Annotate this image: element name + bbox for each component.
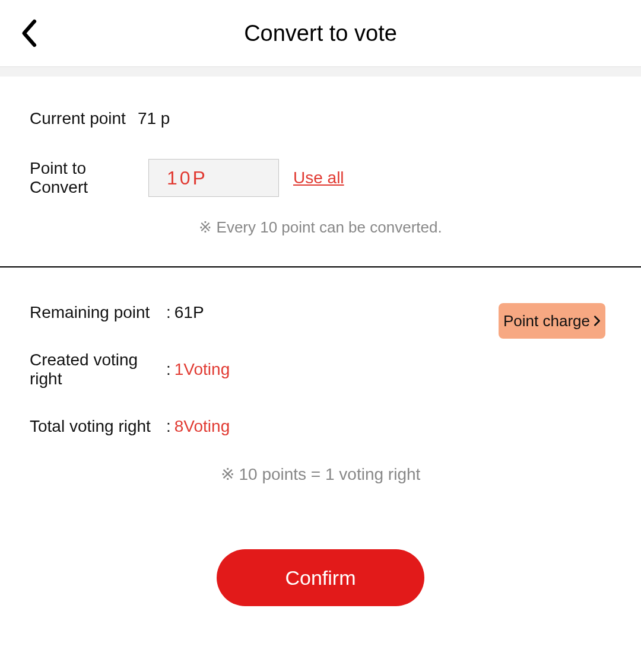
total-voting-right-row: Total voting right : 8Voting: [30, 417, 611, 436]
chevron-left-icon: [18, 18, 39, 48]
point-to-convert-row: Point to Convert 10P Use all: [30, 159, 611, 197]
total-voting-right-label: Total voting right: [30, 417, 166, 436]
point-to-convert-input[interactable]: 10P: [148, 159, 279, 197]
confirm-button[interactable]: Confirm: [217, 549, 424, 606]
current-point-row: Current point 71 p: [30, 109, 611, 128]
created-voting-right-row: Created voting right : 1Voting: [30, 351, 611, 388]
header: Convert to vote: [0, 0, 641, 67]
chevron-right-icon: [594, 316, 601, 326]
convert-note: ※ Every 10 point can be converted.: [30, 218, 611, 237]
header-divider: [0, 67, 641, 77]
page-title: Convert to vote: [18, 21, 623, 46]
current-point-label: Current point: [30, 109, 126, 128]
point-charge-button[interactable]: Point charge: [499, 303, 605, 339]
created-voting-right-label: Created voting right: [30, 351, 166, 388]
remaining-point-label: Remaining point: [30, 303, 166, 322]
section-top: Current point 71 p Point to Convert 10P …: [0, 77, 641, 266]
current-point-value: 71 p: [138, 109, 170, 128]
colon: :: [166, 417, 171, 436]
total-voting-right-value: 8Voting: [174, 417, 230, 436]
point-charge-label: Point charge: [503, 312, 590, 330]
colon: :: [166, 360, 171, 379]
back-button[interactable]: [18, 18, 39, 48]
point-to-convert-label: Point to Convert: [30, 159, 148, 197]
section-bottom: Point charge Remaining point : 61P Creat…: [0, 267, 641, 630]
ratio-note: ※ 10 points = 1 voting right: [30, 464, 611, 484]
created-voting-right-value: 1Voting: [174, 360, 230, 379]
colon: :: [166, 303, 171, 322]
remaining-point-value: 61P: [174, 303, 204, 322]
use-all-link[interactable]: Use all: [293, 168, 344, 187]
